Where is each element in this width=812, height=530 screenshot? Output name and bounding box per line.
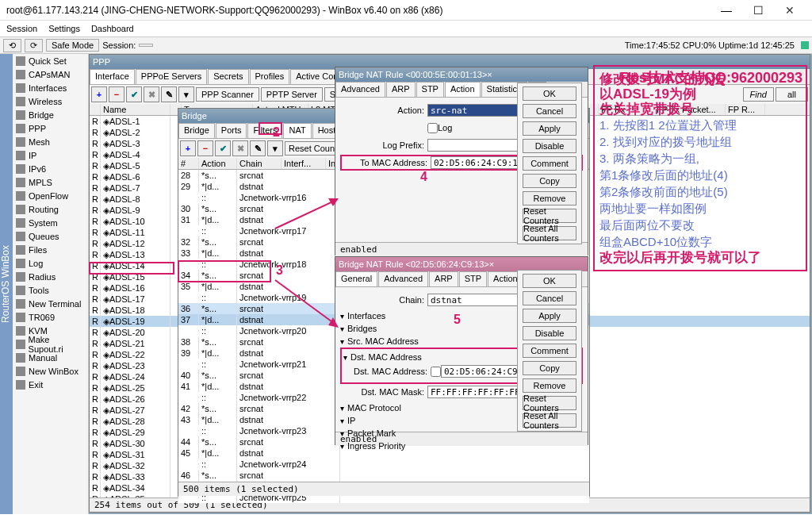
- copy-button[interactable]: Copy: [523, 174, 576, 188]
- reset-counters-button[interactable]: Reset Coun: [285, 141, 339, 156]
- sidebar-item-radius[interactable]: Radius: [13, 270, 88, 283]
- dlg2-tab-gen[interactable]: General: [335, 271, 377, 286]
- remove-button[interactable]: Remove: [523, 378, 576, 393]
- bridge-comment-button[interactable]: ✎: [250, 140, 266, 156]
- sidebar-item-mesh[interactable]: Mesh: [13, 135, 88, 148]
- table-row[interactable]: 46*s...srcnat: [178, 470, 589, 481]
- bridge-filter-button[interactable]: ▾: [267, 140, 283, 156]
- session-combo[interactable]: [139, 44, 153, 47]
- cancel-button[interactable]: Cancel: [523, 104, 576, 118]
- disable-button[interactable]: Disable: [523, 326, 576, 340]
- action-label: Action:: [340, 106, 427, 115]
- sidebar-item-interfaces[interactable]: Interfaces: [13, 81, 88, 94]
- apply-button[interactable]: Apply: [523, 309, 576, 323]
- tab-nat[interactable]: NAT: [283, 123, 311, 138]
- menu-icon: [16, 164, 25, 174]
- maximize-icon[interactable]: ☐: [742, 0, 774, 21]
- dlg2-tab-stp[interactable]: STP: [459, 271, 487, 286]
- sidebar-item-routing[interactable]: Routing: [13, 202, 88, 216]
- comment-button[interactable]: ✎: [161, 86, 177, 102]
- dlg1-tab-arp[interactable]: ARP: [386, 82, 416, 97]
- filter-button[interactable]: ▾: [178, 86, 194, 102]
- close-icon[interactable]: ✕: [774, 0, 806, 21]
- menu-icon: [16, 83, 25, 93]
- sidebar-item-bridge[interactable]: Bridge: [13, 108, 88, 121]
- sidebar-item-tools[interactable]: Tools: [13, 283, 88, 297]
- session-toolbar: ⟲ ⟳ Safe Mode Session: Time:17:45:52 CPU…: [0, 36, 812, 54]
- dlg2-tab-adv[interactable]: Advanced: [378, 271, 428, 286]
- col-name[interactable]: Name: [101, 104, 170, 115]
- tab-pppoe[interactable]: PPPoE Servers: [136, 69, 207, 84]
- forward-button[interactable]: ⟳: [25, 39, 43, 52]
- enable-button[interactable]: ✔: [126, 86, 142, 102]
- dlg1-tab-stp[interactable]: STP: [416, 82, 444, 97]
- bridge-disable-button[interactable]: ✖: [232, 140, 248, 156]
- back-button[interactable]: ⟲: [3, 39, 21, 52]
- comment-button[interactable]: Comment: [523, 156, 576, 171]
- bridge-enable-button[interactable]: ✔: [215, 140, 231, 156]
- tab-secrets[interactable]: Secrets: [208, 69, 248, 84]
- sidebar-item-mpls[interactable]: MPLS: [13, 175, 88, 189]
- sidebar-item-files[interactable]: Files: [13, 243, 88, 256]
- sidebar-item-make-supout-rif[interactable]: Make Supout.ri: [13, 337, 88, 351]
- col-num[interactable]: #: [178, 158, 199, 169]
- add-button[interactable]: +: [91, 86, 107, 102]
- reset-counters-button[interactable]: Reset Counters: [523, 396, 576, 410]
- ppp-scanner-button[interactable]: PPP Scanner: [196, 87, 259, 102]
- dstmac-neg[interactable]: [431, 367, 441, 377]
- sidebar-item-capsman[interactable]: CAPsMAN: [13, 67, 88, 81]
- reset-all-counters-button[interactable]: Reset All Counters: [523, 226, 576, 240]
- sidebar-item-tr069[interactable]: TR069: [13, 310, 88, 324]
- disable-button[interactable]: ✖: [144, 86, 159, 102]
- sidebar-item-log[interactable]: Log: [13, 256, 88, 270]
- bridge-add-button[interactable]: +: [180, 140, 196, 156]
- dlg1-buttons: OKCancelApplyDisableCommentCopyRemoveRes…: [517, 83, 590, 244]
- ok-button[interactable]: OK: [523, 274, 576, 288]
- sidebar-item-openflow[interactable]: OpenFlow: [13, 189, 88, 202]
- sidebar-item-queues[interactable]: Queues: [13, 229, 88, 243]
- table-row[interactable]: ::Jcnetwork-vrrp24: [178, 459, 589, 470]
- copy-button[interactable]: Copy: [523, 361, 576, 375]
- dlg1-tab-action[interactable]: Action: [445, 82, 481, 97]
- dlg1-close-icon[interactable]: ×: [487, 70, 492, 79]
- sidebar-item-ip[interactable]: IP: [13, 148, 88, 162]
- sidebar-item-new-winbox[interactable]: New WinBox: [13, 364, 88, 378]
- tab-interface[interactable]: Interface: [90, 69, 135, 84]
- remove-button[interactable]: −: [109, 86, 124, 102]
- menu-session[interactable]: Session: [6, 24, 37, 33]
- comment-button[interactable]: Comment: [523, 344, 576, 358]
- log-checkbox[interactable]: [427, 123, 438, 133]
- col-action[interactable]: Action: [199, 158, 237, 169]
- remove-button[interactable]: Remove: [523, 191, 576, 205]
- menu-dashboard[interactable]: Dashboard: [91, 24, 134, 33]
- sidebar-item-ipv6[interactable]: IPv6: [13, 162, 88, 175]
- sidebar-item-wireless[interactable]: Wireless: [13, 94, 88, 108]
- sidebar-item-new-terminal[interactable]: New Terminal: [13, 297, 88, 310]
- apply-button[interactable]: Apply: [523, 121, 576, 136]
- disable-button[interactable]: Disable: [523, 139, 576, 153]
- dlg2-tab-arp[interactable]: ARP: [429, 271, 458, 286]
- menu-icon: [16, 353, 25, 363]
- sidebar-item-quick-set[interactable]: Quick Set: [13, 54, 88, 67]
- menu-settings[interactable]: Settings: [48, 24, 80, 33]
- reset-counters-button[interactable]: Reset Counters: [523, 209, 576, 223]
- ok-button[interactable]: OK: [523, 86, 576, 101]
- sidebar-item-system[interactable]: System: [13, 216, 88, 229]
- dlg2-close-icon[interactable]: ×: [489, 259, 494, 269]
- menu-icon: [16, 205, 25, 214]
- menu-icon: [16, 56, 25, 66]
- dlg1-tab-adv[interactable]: Advanced: [335, 82, 385, 97]
- tab-ports[interactable]: Ports: [216, 123, 247, 138]
- col-if1[interactable]: Interf...: [282, 158, 326, 169]
- cancel-button[interactable]: Cancel: [523, 291, 576, 305]
- minimize-icon[interactable]: —: [710, 0, 742, 21]
- tab-profiles[interactable]: Profiles: [250, 69, 290, 84]
- sidebar-item-ppp[interactable]: PPP: [13, 121, 88, 135]
- pptp-server-button[interactable]: PPTP Server: [261, 87, 323, 102]
- tab-bridge[interactable]: Bridge: [178, 123, 215, 138]
- col-chain[interactable]: Chain: [237, 158, 282, 169]
- safe-mode-button[interactable]: Safe Mode: [46, 39, 99, 52]
- reset-all-counters-button[interactable]: Reset All Counters: [523, 413, 576, 428]
- bridge-remove-button[interactable]: −: [197, 140, 213, 156]
- sidebar-item-exit[interactable]: Exit: [13, 378, 88, 391]
